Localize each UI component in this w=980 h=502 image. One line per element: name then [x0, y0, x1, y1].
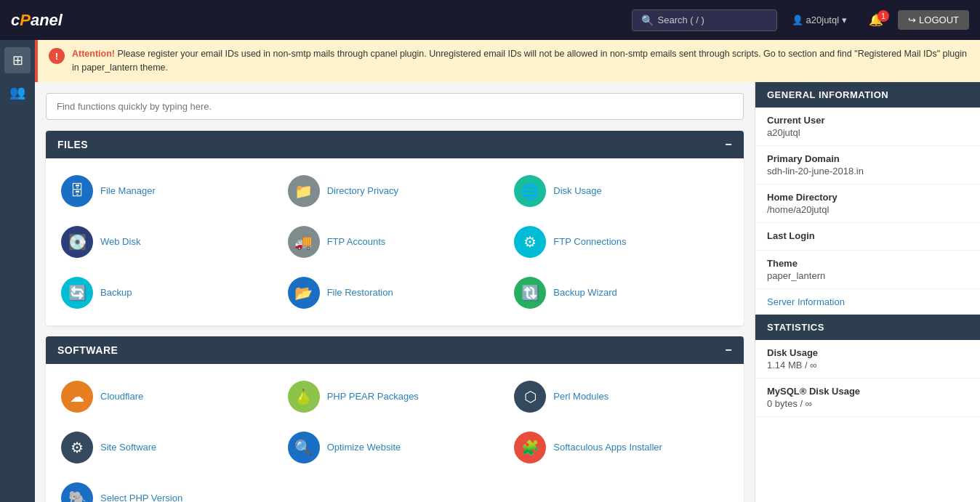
section-item-web-disk[interactable]: 💽 Web Disk: [57, 220, 280, 264]
stats-row-mysql®-disk-usage: MySQL® Disk Usage 0 bytes / ∞: [755, 378, 980, 417]
sidebar-item-grid[interactable]: ⊞: [4, 47, 31, 73]
stats-body: Disk Usage 1.14 MB / ∞ MySQL® Disk Usage…: [755, 340, 980, 417]
item-label-file-manager: File Manager: [100, 185, 156, 196]
panel-row-theme: Theme paper_lantern: [755, 251, 980, 289]
section-item-select-php-version[interactable]: 🐘 Select PHP Version: [57, 477, 280, 503]
item-icon-perl-modules: ⬡: [514, 381, 546, 413]
content-main: FILES− 🗄 File Manager 📁 Directory Privac…: [35, 82, 755, 503]
stats-label: MySQL® Disk Usage: [767, 386, 968, 397]
panel-value: /home/a20jutql: [767, 204, 968, 215]
item-label-ftp-accounts: FTP Accounts: [327, 236, 386, 247]
item-label-cloudflare: Cloudflare: [100, 391, 143, 402]
search-box[interactable]: 🔍 Search ( / ): [632, 9, 777, 31]
item-icon-php-pear-packages: 🍐: [288, 381, 320, 413]
notification-badge: 1: [877, 10, 889, 22]
right-panel: GENERAL INFORMATION Current User a20jutq…: [755, 82, 980, 503]
section-item-cloudflare[interactable]: ☁ Cloudflare: [57, 375, 280, 418]
panel-row-home-directory: Home Directory /home/a20jutql: [755, 185, 980, 223]
user-menu[interactable]: 👤 a20jutql ▾: [784, 10, 855, 30]
alert-banner: ! Attention! Please register your email …: [35, 40, 980, 82]
section-toggle-files[interactable]: −: [725, 138, 732, 151]
item-label-backup-wizard: Backup Wizard: [553, 287, 616, 298]
section-item-disk-usage[interactable]: 🌐 Disk Usage: [510, 169, 733, 213]
panel-row-primary-domain: Primary Domain sdh-lin-20-june-2018.in: [755, 146, 980, 185]
main-content: ! Attention! Please register your email …: [35, 40, 980, 502]
server-information-link[interactable]: Server Information: [755, 289, 980, 315]
item-icon-site-software: ⚙: [61, 432, 93, 463]
panel-label: Primary Domain: [767, 153, 968, 164]
section-item-backup[interactable]: 🔄 Backup: [57, 271, 280, 315]
section-item-backup-wizard[interactable]: 🔃 Backup Wizard: [510, 271, 733, 315]
section-toggle-software[interactable]: −: [725, 344, 732, 357]
logout-button[interactable]: ↪ LOGOUT: [898, 10, 969, 30]
alert-text: Attention! Please register your email ID…: [72, 47, 969, 75]
section-header-software[interactable]: SOFTWARE−: [46, 336, 744, 364]
stats-header: STATISTICS: [755, 315, 980, 340]
layout: ⊞ 👥 ! Attention! Please register your em…: [0, 40, 980, 502]
panel-value: a20jutql: [767, 127, 968, 138]
item-icon-ftp-accounts: 🚚: [288, 226, 320, 258]
alert-message: Please register your email IDs used in n…: [72, 49, 967, 73]
panel-label: Theme: [767, 258, 968, 269]
item-label-ftp-connections: FTP Connections: [553, 236, 626, 247]
topnav: cPanel 🔍 Search ( / ) 👤 a20jutql ▾ 🔔 1 ↪…: [0, 0, 980, 40]
content-wrapper: FILES− 🗄 File Manager 📁 Directory Privac…: [35, 82, 980, 503]
section-item-perl-modules[interactable]: ⬡ Perl Modules: [510, 375, 733, 418]
item-label-optimize-website: Optimize Website: [327, 442, 401, 453]
item-label-perl-modules: Perl Modules: [553, 391, 609, 402]
notification-bell[interactable]: 🔔 1: [861, 9, 891, 31]
main-search-input[interactable]: [46, 93, 744, 120]
logo: cPanel: [11, 11, 63, 30]
alert-icon: !: [49, 48, 65, 64]
section-item-ftp-connections[interactable]: ⚙ FTP Connections: [510, 220, 733, 264]
stats-label: Disk Usage: [767, 347, 968, 358]
section-item-file-manager[interactable]: 🗄 File Manager: [57, 169, 280, 213]
item-icon-select-php-version: 🐘: [61, 482, 93, 503]
panel-label: Home Directory: [767, 192, 968, 203]
section-body-files: 🗄 File Manager 📁 Directory Privacy 🌐 Dis…: [46, 158, 744, 325]
item-icon-cloudflare: ☁: [61, 381, 93, 413]
item-label-softaculous-apps-installer: Softaculous Apps Installer: [553, 442, 662, 453]
section-header-files[interactable]: FILES−: [46, 131, 744, 158]
panel-row-current-user: Current User a20jutql: [755, 108, 980, 146]
item-label-disk-usage: Disk Usage: [553, 185, 601, 196]
user-dropdown-icon: ▾: [842, 15, 847, 25]
section-body-software: ☁ Cloudflare 🍐 PHP PEAR Packages ⬡ Perl …: [46, 364, 744, 503]
item-label-backup: Backup: [100, 287, 132, 298]
panel-row-last-login: Last Login: [755, 223, 980, 251]
item-label-web-disk: Web Disk: [100, 236, 140, 247]
section-item-optimize-website[interactable]: 🔍 Optimize Website: [284, 426, 507, 469]
search-icon: 🔍: [641, 15, 654, 26]
user-icon: 👤: [792, 15, 803, 25]
item-label-site-software: Site Software: [100, 442, 156, 453]
sidebar-item-users[interactable]: 👥: [4, 79, 31, 105]
item-icon-backup-wizard: 🔃: [514, 277, 546, 309]
section-files: FILES− 🗄 File Manager 📁 Directory Privac…: [46, 131, 744, 325]
sections-container: FILES− 🗄 File Manager 📁 Directory Privac…: [46, 131, 744, 503]
section-item-file-restoration[interactable]: 📂 File Restoration: [284, 271, 507, 315]
item-label-file-restoration: File Restoration: [327, 287, 393, 298]
logout-icon: ↪: [908, 15, 916, 25]
item-icon-directory-privacy: 📁: [288, 175, 320, 207]
item-icon-file-manager: 🗄: [61, 175, 93, 207]
username: a20jutql: [806, 15, 840, 25]
stats-row-disk-usage: Disk Usage 1.14 MB / ∞: [755, 340, 980, 378]
panel-label: Last Login: [767, 230, 968, 241]
stats-value: 0 bytes / ∞: [767, 398, 968, 409]
section-item-php-pear-packages[interactable]: 🍐 PHP PEAR Packages: [284, 375, 507, 418]
panel-label: Current User: [767, 115, 968, 126]
panel-value: paper_lantern: [767, 270, 968, 281]
item-label-select-php-version: Select PHP Version: [100, 493, 182, 502]
section-item-directory-privacy[interactable]: 📁 Directory Privacy: [284, 169, 507, 213]
panel-value: sdh-lin-20-june-2018.in: [767, 166, 968, 177]
general-info-header: GENERAL INFORMATION: [755, 82, 980, 108]
section-item-ftp-accounts[interactable]: 🚚 FTP Accounts: [284, 220, 507, 264]
item-icon-web-disk: 💽: [61, 226, 93, 258]
search-label: Search ( / ): [658, 15, 704, 25]
general-info-body: Current User a20jutql Primary Domain sdh…: [755, 108, 980, 289]
sidebar: ⊞ 👥: [0, 40, 35, 502]
stats-value: 1.14 MB / ∞: [767, 360, 968, 371]
logout-label: LOGOUT: [919, 15, 959, 25]
section-item-softaculous-apps-installer[interactable]: 🧩 Softaculous Apps Installer: [510, 426, 733, 469]
section-item-site-software[interactable]: ⚙ Site Software: [57, 426, 280, 469]
